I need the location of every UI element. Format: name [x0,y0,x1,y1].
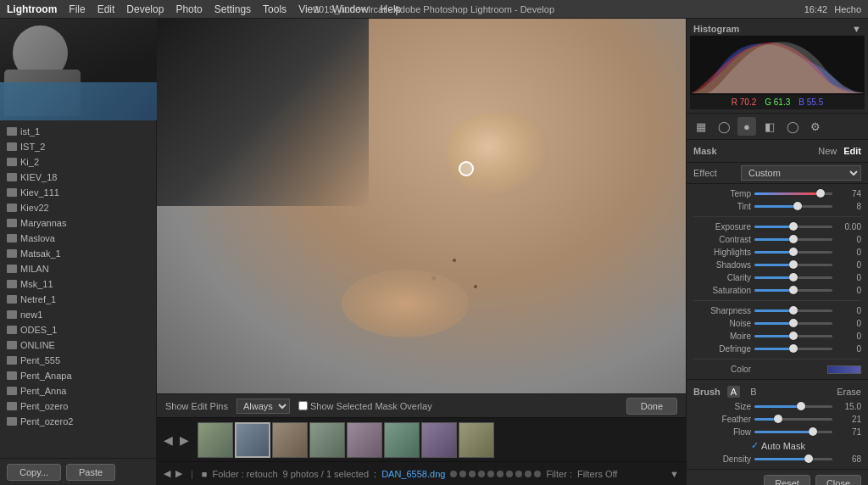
menu-edit[interactable]: Edit [97,3,115,15]
flow-track[interactable] [754,431,832,433]
color-block[interactable] [827,365,861,374]
menu-develop[interactable]: Develop [126,3,164,15]
adjustment-pin[interactable] [459,161,474,176]
mask-new-btn[interactable]: New [818,146,837,156]
copy-button[interactable]: Copy... [7,464,61,481]
folder-item[interactable]: Kiev22 [0,200,156,215]
folder-item[interactable]: Pent_Anna [0,383,156,399]
folder-item[interactable]: Pent_Anapa [0,368,156,383]
app-name-menu[interactable]: Lightroom [7,3,57,15]
highlights-track[interactable] [754,251,832,254]
done-button[interactable]: Done [626,398,677,415]
folder-item[interactable]: Kiev_111 [0,185,156,200]
folder-item[interactable]: ist_1 [0,124,156,139]
folder-item[interactable]: Maslova [0,231,156,246]
menu-photo[interactable]: Photo [175,3,202,15]
folder-icon [7,356,17,365]
folder-item[interactable]: Pent_ozero2 [0,414,156,429]
filters-icon[interactable]: ▼ [670,469,679,479]
clarity-track[interactable] [754,276,832,279]
filmstrip-thumb-6[interactable] [384,422,420,458]
filmstrip-thumb-2[interactable] [235,422,270,458]
folder-icon [7,295,17,304]
folder-item[interactable]: Netref_1 [0,292,156,307]
size-track[interactable] [754,405,832,408]
menu-file[interactable]: File [69,3,85,15]
reset-small-button[interactable]: Reset [764,475,810,485]
edit-pins-select[interactable]: Always [236,399,290,414]
folder-item[interactable]: new1 [0,307,156,322]
settings-icon[interactable]: ⚙ [806,117,825,136]
filmstrip-thumb-1[interactable] [198,422,233,458]
folder-item[interactable]: IST_2 [0,139,156,154]
brush-tab-b[interactable]: B [747,386,760,398]
defringe-track[interactable] [754,348,832,350]
menu-settings[interactable]: Settings [214,3,251,15]
moire-track[interactable] [754,335,832,337]
paste-button[interactable]: Paste [66,464,115,481]
brush-section: Brush A B Erase Size 15.0 Feather [687,379,868,469]
density-track[interactable] [754,458,832,460]
filmstrip-thumb-5[interactable] [347,422,382,458]
folder-item[interactable]: Maryannas [0,215,156,231]
clarity-slider-row: Clarity 0 [693,271,861,284]
folder-item[interactable]: Matsak_1 [0,246,156,261]
filmstrip-thumb-8[interactable] [459,422,494,458]
folder-name: Pent_ozero2 [20,416,73,426]
folder-item[interactable]: Ki_2 [0,154,156,170]
saturation-track[interactable] [754,289,832,292]
radial-filter-icon[interactable]: ◯ [783,117,802,136]
folder-icon [7,173,17,181]
menu-tools[interactable]: Tools [263,3,287,15]
filmstrip-thumb-3[interactable] [272,422,308,458]
mask-edit-btn[interactable]: Edit [843,146,861,156]
menu-bar: Lightroom File Edit Develop Photo Settin… [0,0,868,19]
show-mask-checkbox[interactable] [298,401,308,410]
filmstrip-next-icon[interactable]: ▶ [178,432,191,449]
folder-item[interactable]: ODES_1 [0,322,156,337]
brush-erase-label[interactable]: Erase [837,387,861,397]
contrast-track[interactable] [754,238,832,241]
tool-icons-row: ▦ ◯ ● ◧ ◯ ⚙ [687,114,868,140]
grid-icon[interactable]: ■ [202,469,208,479]
folder-item[interactable]: Msk_11 [0,276,156,292]
temp-value: 74 [836,189,861,198]
folder-item[interactable]: ONLINE [0,337,156,353]
folder-item[interactable]: Pent_555 [0,353,156,368]
feather-track[interactable] [754,418,832,421]
auto-mask-check[interactable]: ✓ Auto Mask [751,440,805,451]
folder-item[interactable]: KIEV_18 [0,170,156,185]
folder-name: Pent_ozero [20,401,68,411]
folder-list[interactable]: ist_1IST_2Ki_2KIEV_18Kiev_111Kiev22Marya… [0,120,156,458]
effect-dropdown[interactable]: Custom [741,165,861,181]
temp-track[interactable] [754,192,832,195]
temp-label: Temp [693,189,751,198]
camera-image [0,19,157,120]
shadows-track[interactable] [754,264,832,266]
window-title: 2019_nude+.lrcat - Adobe Photoshop Light… [314,0,554,19]
folder-name: Kiev_111 [20,187,59,198]
exposure-track[interactable] [754,226,832,228]
nav-left-icon[interactable]: ◀ [164,468,170,479]
folder-item[interactable]: Pent_ozero [0,399,156,414]
folder-icon [7,265,17,273]
folder-item[interactable]: MILAN [0,261,156,276]
tint-track[interactable] [754,205,832,208]
graduated-filter-icon[interactable]: ◧ [760,117,779,136]
histogram-collapse-icon[interactable]: ▼ [852,24,861,34]
show-mask-checkbox-group[interactable]: Show Selected Mask Overlay [298,401,432,411]
contrast-label: Contrast [693,235,751,244]
flow-label: Flow [693,427,751,437]
adjustment-brush-icon[interactable]: ● [737,117,756,136]
brush-tab-a[interactable]: A [727,386,740,398]
sharpness-track[interactable] [754,309,832,312]
filmstrip-prev-icon[interactable]: ◀ [162,432,175,449]
close-small-button[interactable]: Close [815,475,861,485]
copy-paste-bar: Copy... Paste [0,458,156,485]
nav-right-icon[interactable]: ▶ [175,468,182,479]
crop-tool-icon[interactable]: ▦ [692,117,710,136]
spot-removal-icon[interactable]: ◯ [715,117,733,136]
filmstrip-thumb-4[interactable] [309,422,345,458]
filmstrip-thumb-7[interactable] [421,422,457,458]
noise-track[interactable] [754,322,832,325]
